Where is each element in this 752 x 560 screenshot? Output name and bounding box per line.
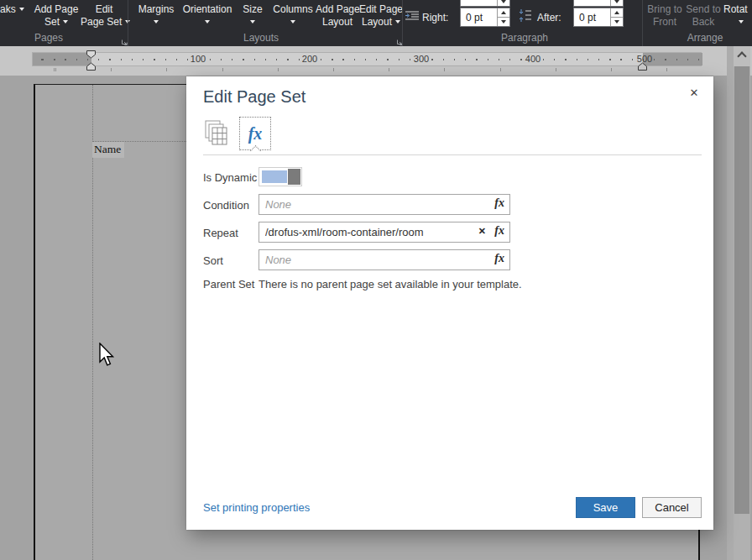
edit-page-set-dialog: Edit Page Set ✕ fx Is Dynamic Condition … (186, 76, 713, 530)
paragraph-group-label: Paragraph (491, 32, 558, 44)
scrollbar-gutter (727, 46, 734, 560)
chevron-down-icon (205, 20, 210, 24)
group-separator (642, 0, 643, 46)
fx-button[interactable]: fx (494, 224, 504, 238)
rotate-button[interactable]: Rotat (723, 3, 752, 29)
sort-input[interactable] (258, 249, 510, 270)
columns-button[interactable]: Columns (270, 3, 316, 29)
ruler-mark: 300 (412, 54, 431, 65)
spinner-down-icon[interactable] (611, 18, 623, 26)
spacing-after-icon (519, 8, 532, 26)
chevron-down-icon (19, 8, 24, 11)
chevron-down-icon (290, 20, 295, 24)
dialog-title: Edit Page Set (203, 87, 306, 107)
after-spacing-spinner[interactable]: 0 pt (573, 8, 624, 27)
spinner-down-icon[interactable] (611, 0, 623, 6)
ruler-mark: 100 (189, 54, 207, 65)
toggle-fill (262, 170, 287, 183)
layouts-group-label: Layouts (227, 32, 295, 44)
after-field-label: After: (537, 12, 561, 24)
indent-right-icon (405, 9, 420, 25)
right-indent-marker[interactable] (637, 60, 648, 75)
group-separator (128, 0, 128, 46)
chevron-down-icon (395, 20, 400, 24)
stacked-pages-icon (205, 137, 232, 151)
pages-group-label: Pages (17, 32, 81, 44)
ruler-track: 100 200 300 400 500 (32, 52, 702, 66)
scrollbar-thumb[interactable] (734, 66, 749, 514)
send-to-back-button[interactable]: Send to Back (683, 3, 723, 29)
after-spacing-value[interactable]: 0 pt (574, 8, 610, 26)
dialog-divider (203, 154, 702, 155)
repeat-input[interactable] (258, 222, 510, 243)
chevron-down-icon (739, 20, 744, 24)
ruler-subticks (32, 68, 700, 71)
ruler-mark: 400 (524, 54, 542, 65)
condition-input[interactable] (258, 194, 510, 215)
spinner-down-icon[interactable] (498, 18, 509, 26)
clear-icon[interactable]: ✕ (478, 226, 486, 237)
breaks-button-label: aks (0, 3, 16, 15)
fx-button[interactable]: fx (494, 252, 504, 265)
chevron-down-icon (63, 20, 68, 24)
add-page-set-button[interactable]: Add Page Set (32, 3, 81, 29)
arrange-group-label: Arrange (671, 32, 739, 44)
save-button[interactable]: Save (576, 497, 635, 518)
repeat-field-wrap: ✕ fx (258, 222, 510, 243)
margins-button[interactable]: Margins (133, 3, 180, 29)
chevron-down-icon (250, 20, 255, 24)
bring-to-front-button[interactable]: Bring to Front (645, 3, 685, 29)
spinner-up-icon[interactable] (498, 8, 509, 18)
name-field-element[interactable]: Name (92, 142, 124, 158)
clipped-spinner-top[interactable] (460, 0, 510, 7)
vertical-scrollbar[interactable] (734, 46, 750, 560)
right-spacing-value[interactable]: 0 pt (461, 8, 497, 26)
sort-field-wrap: fx (258, 249, 510, 270)
set-printing-properties-link[interactable]: Set printing properties (203, 501, 310, 514)
fx-button[interactable]: fx (494, 196, 504, 210)
ruler-ticks (33, 59, 701, 60)
chevron-down-icon (154, 20, 159, 24)
close-icon[interactable]: ✕ (685, 83, 703, 102)
orientation-button[interactable]: Orientation (180, 3, 235, 29)
group-separator (402, 0, 403, 46)
is-dynamic-label: Is Dynamic (203, 171, 257, 184)
is-dynamic-toggle[interactable] (258, 167, 302, 186)
edit-page-layout-button[interactable]: Edit Page Layout (358, 3, 405, 29)
clipped-spinner-top[interactable] (573, 0, 624, 7)
horizontal-ruler: 100 200 300 400 500 (0, 46, 752, 76)
ruler-mark: 200 (300, 54, 319, 65)
right-spacing-spinner[interactable]: 0 pt (460, 8, 510, 27)
mouse-cursor-icon (98, 343, 115, 371)
tab-page-sets[interactable] (205, 120, 233, 150)
fx-icon: fx (248, 124, 263, 144)
size-button[interactable]: Size (235, 3, 270, 29)
add-page-layout-button[interactable]: Add Page Layout (316, 3, 359, 29)
cancel-button[interactable]: Cancel (642, 497, 702, 518)
parent-set-message: There is no parent page set available in… (258, 278, 522, 290)
condition-field-wrap: fx (258, 194, 510, 215)
scroll-up-button[interactable] (734, 46, 750, 66)
breaks-button[interactable]: aks (0, 3, 32, 16)
chevron-up-icon (737, 51, 746, 60)
repeat-label: Repeat (203, 227, 238, 239)
condition-label: Condition (203, 199, 249, 212)
right-field-label: Right: (422, 12, 448, 24)
tab-dynamic-properties[interactable]: fx (239, 117, 271, 150)
edit-page-set-button[interactable]: Edit Page Set (81, 3, 128, 29)
spinner-down-icon[interactable] (498, 0, 509, 6)
parent-set-label: Parent Set (203, 278, 254, 290)
ribbon-toolbar: aks Add Page Set Edit Page Set Pages Mar… (0, 0, 752, 46)
spinner-up-icon[interactable] (611, 8, 623, 18)
hanging-indent-marker[interactable] (86, 60, 97, 75)
toggle-thumb[interactable] (288, 169, 300, 185)
sort-label: Sort (203, 254, 223, 267)
